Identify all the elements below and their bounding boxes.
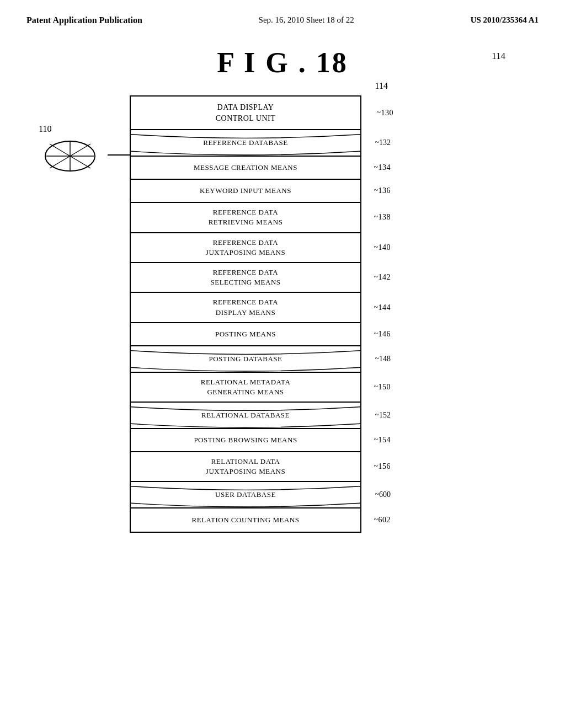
component-rel-db-text: RELATIONAL DATABASE (201, 411, 290, 420)
component-msg: MESSAGE CREATION MEANS ~134 (131, 157, 360, 180)
component-post-db-text: POSTING DATABASE (209, 355, 282, 363)
component-posting: POSTING MEANS ~146 (131, 323, 360, 346)
component-rel-juxta-text: RELATIONAL DATAJUXTAPOSING MEANS (206, 457, 285, 477)
user-symbol: 110 (44, 140, 97, 173)
header-right: US 2010/235364 A1 (471, 15, 539, 25)
component-post-db: POSTING DATABASE ~148 (131, 346, 360, 373)
component-post-browse: POSTING BROWSING MEANS ~154 (131, 429, 360, 452)
component-posting-text: POSTING MEANS (215, 330, 276, 339)
component-rel-count-ref: ~602 (374, 516, 391, 524)
component-user-db-text: USER DATABASE (215, 490, 276, 499)
connector-line (108, 154, 130, 156)
component-ctrl-ref: ~130 (376, 109, 393, 117)
component-rel-count: RELATION COUNTING MEANS ~602 (131, 508, 360, 532)
component-retrieve: REFERENCE DATARETRIEVING MEANS ~138 (131, 203, 360, 233)
component-rel-juxta: RELATIONAL DATAJUXTAPOSING MEANS ~156 (131, 452, 360, 482)
component-select: REFERENCE DATASELECTING MEANS ~142 (131, 263, 360, 293)
component-msg-text: MESSAGE CREATION MEANS (194, 163, 297, 172)
system-box-label: 114 (375, 81, 388, 91)
header-left: Patent Application Publication (26, 15, 142, 25)
component-juxta1: REFERENCE DATAJUXTAPOSING MEANS ~140 (131, 233, 360, 263)
diagram-area: 110 114 DATA DISPLAYCONTROL UNIT ~130 RE… (0, 95, 565, 533)
page-header: Patent Application Publication Sep. 16, … (0, 0, 565, 25)
user-label: 110 (39, 124, 51, 134)
component-rel-db-ref: ~152 (375, 411, 391, 420)
component-user-db-ref: ~600 (375, 490, 391, 499)
component-ref-db-ref: ~132 (375, 138, 391, 147)
component-rel-meta-text: RELATIONAL METADATAGENERATING MEANS (201, 377, 291, 397)
component-rel-juxta-ref: ~156 (374, 462, 391, 471)
component-posting-ref: ~146 (374, 330, 391, 339)
header-center: Sep. 16, 2010 Sheet 18 of 22 (259, 15, 354, 25)
component-display-text: REFERENCE DATADISPLAY MEANS (213, 297, 278, 317)
component-display: REFERENCE DATADISPLAY MEANS ~144 (131, 293, 360, 323)
component-rel-meta-ref: ~150 (374, 383, 391, 392)
fig-number: 114 (492, 51, 505, 62)
component-ctrl: DATA DISPLAYCONTROL UNIT ~130 (131, 97, 360, 130)
component-rel-db: RELATIONAL DATABASE ~152 (131, 403, 360, 429)
component-user-db: USER DATABASE ~600 (131, 482, 360, 508)
component-retrieve-text: REFERENCE DATARETRIEVING MEANS (209, 207, 283, 227)
component-msg-ref: ~134 (374, 163, 391, 172)
component-ref-db: REFERENCE DATABASE ~132 (131, 130, 360, 157)
component-post-db-ref: ~148 (375, 355, 391, 363)
component-rel-count-text: RELATION COUNTING MEANS (192, 516, 300, 524)
component-ref-db-text: REFERENCE DATABASE (203, 138, 288, 147)
user-ellipse-icon (44, 140, 97, 173)
component-post-browse-ref: ~154 (374, 436, 391, 445)
component-ctrl-text: DATA DISPLAYCONTROL UNIT (216, 102, 276, 124)
component-juxta1-text: REFERENCE DATAJUXTAPOSING MEANS (206, 238, 285, 258)
component-juxta1-ref: ~140 (374, 243, 391, 252)
component-rel-meta: RELATIONAL METADATAGENERATING MEANS ~150 (131, 373, 360, 403)
system-box: 114 DATA DISPLAYCONTROL UNIT ~130 REFERE… (130, 95, 361, 533)
component-kw: KEYWORD INPUT MEANS ~136 (131, 180, 360, 203)
component-kw-text: KEYWORD INPUT MEANS (200, 186, 291, 195)
component-select-text: REFERENCE DATASELECTING MEANS (210, 267, 280, 287)
component-post-browse-text: POSTING BROWSING MEANS (194, 436, 297, 445)
component-display-ref: ~144 (374, 303, 391, 312)
component-select-ref: ~142 (374, 273, 391, 282)
component-retrieve-ref: ~138 (374, 213, 391, 222)
component-kw-ref: ~136 (374, 186, 391, 195)
fig-title: F I G . 18 (217, 47, 348, 78)
